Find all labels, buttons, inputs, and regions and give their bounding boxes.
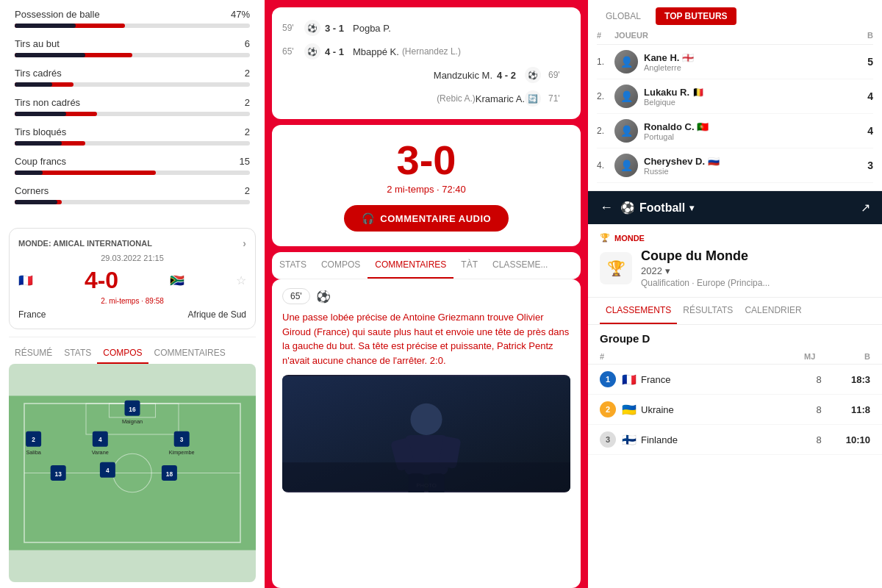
competition-details: Coupe du Monde 2022 ▾ Qualification · Eu…: [641, 248, 770, 288]
standing-team: 🇺🇦 Ukraine: [622, 403, 804, 417]
stat-bar-away: [15, 112, 66, 116]
stat-row: Possession de balle 47%: [15, 9, 250, 28]
left-tab-compos[interactable]: COMPOS: [97, 343, 148, 364]
competition-year[interactable]: 2022 ▾: [641, 265, 770, 276]
scorer-tab-top-buteurs[interactable]: TOP BUTEURS: [656, 7, 736, 25]
stat-bar-away: [15, 200, 57, 204]
stat-bar: [15, 200, 250, 204]
standings-tabs: CLASSEMENTSRÉSULTATSCALENDRIER: [588, 298, 882, 325]
event-icon: ⚽: [304, 20, 320, 36]
standing-position: 3: [600, 431, 616, 448]
player-token: 4: [100, 462, 115, 478]
scorer-avatar: 👤: [614, 154, 638, 177]
league-arrow-icon[interactable]: ›: [243, 237, 246, 249]
standing-row: 3 🇫🇮 Finlande 8 10:10: [588, 425, 882, 455]
scorer-row: 2. 👤 Lukaku R. 🇧🇪 Belgique 4: [597, 79, 873, 114]
stat-bar-away: [15, 53, 85, 57]
svg-text:Maignan: Maignan: [122, 418, 143, 425]
left-tab-commentaires[interactable]: COMMENTAIRES: [148, 343, 232, 364]
middle-tab-tàt[interactable]: TÀT: [453, 252, 485, 279]
scorer-rank: 2.: [597, 126, 614, 136]
stat-value: 6: [245, 38, 250, 49]
scorer-info: 👤 Lukaku R. 🇧🇪 Belgique: [614, 85, 851, 108]
svg-text:3: 3: [180, 437, 184, 444]
event-assist: (Hernandez L.): [402, 46, 461, 57]
scorer-goals: 5: [851, 56, 873, 68]
stat-bar-away: [15, 24, 76, 28]
standing-mj: 8: [804, 434, 833, 445]
scorer-flag: 🇧🇪: [692, 87, 704, 98]
away-team-name: Afrique de Sud: [188, 309, 246, 320]
commentary-minute-badge: 65': [282, 288, 310, 304]
player-token: 16Maignan: [122, 401, 143, 426]
middle-tab-compos[interactable]: COMPOS: [314, 252, 368, 279]
stat-label: Corners: [15, 185, 49, 196]
away-flag: 🇿🇦: [170, 273, 184, 287]
match-league: MONDE: AMICAL INTERNATIONAL ›: [18, 237, 246, 249]
competition-name: Coupe du Monde: [641, 248, 770, 264]
event-time: 59': [282, 23, 304, 33]
svg-text:18: 18: [166, 470, 173, 478]
player-token: 2Saliba: [26, 431, 42, 456]
event-row: 65' ⚽ 4 - 1 Mbappé K. (Hernandez L.): [282, 40, 570, 63]
scorer-info: 👤 Ronaldo C. 🇵🇹 Portugal: [614, 119, 851, 143]
scorer-avatar: 👤: [614, 119, 638, 143]
stat-bar: [15, 53, 250, 57]
stat-bar: [15, 171, 250, 175]
competition-qualification: Qualification · Europe (Principa...: [641, 278, 770, 288]
svg-text:Saliba: Saliba: [26, 449, 41, 456]
stat-row: Tirs non cadrés 2: [15, 97, 250, 116]
favorite-icon[interactable]: ☆: [236, 273, 246, 287]
event-player: Mandzukic M.: [434, 70, 492, 81]
standing-mj: 8: [804, 404, 833, 415]
standings-tab-classements[interactable]: CLASSEMENTS: [600, 298, 677, 324]
event-assist: (Rebic A.): [437, 93, 476, 104]
stat-value: 2: [245, 97, 250, 108]
scorer-row: 4. 👤 Cheryshev D. 🇷🇺 Russie 3: [597, 148, 873, 183]
left-tab-résumé[interactable]: RÉSUMÉ: [9, 343, 58, 364]
scorer-country: Portugal: [644, 132, 709, 141]
standings-tab-calendrier[interactable]: CALENDRIER: [739, 298, 807, 324]
event-score: 4 - 2: [497, 70, 520, 81]
football-dropdown-icon[interactable]: ▾: [689, 203, 694, 213]
player-token: 18: [162, 465, 177, 481]
stat-label: Tirs bloqués: [15, 126, 66, 137]
event-icon: 🔄: [525, 90, 541, 107]
middle-tab-stats[interactable]: STATS: [272, 252, 314, 279]
football-nav: ← ⚽ Football ▾: [600, 200, 694, 215]
share-icon[interactable]: ↗: [861, 201, 870, 215]
competition-card: 🏆 Coupe du Monde 2022 ▾ Qualification · …: [600, 248, 870, 288]
football-title: Football: [639, 201, 685, 215]
middle-tab-classeme...[interactable]: CLASSEME...: [485, 252, 555, 279]
scorer-goals: 4: [851, 90, 873, 102]
middle-tab-commentaires[interactable]: COMMENTAIRES: [368, 252, 453, 279]
live-score-card: 3-0 2 mi-temps · 72:40 🎧 COMMENTAIRE AUD…: [272, 125, 581, 246]
left-tab-stats[interactable]: STATS: [58, 343, 97, 364]
scorer-row: 2. 👤 Ronaldo C. 🇵🇹 Portugal 4: [597, 114, 873, 148]
competition-logo: 🏆: [600, 252, 632, 284]
formation-field: 16Maignan2Saliba4Varane3Kimpembe13418: [9, 364, 256, 582]
scorer-country: Russie: [644, 167, 720, 176]
scorer-name: Lukaku R. 🇧🇪: [644, 87, 704, 98]
live-period: 2 mi-temps · 72:40: [387, 184, 466, 195]
back-arrow-icon[interactable]: ←: [600, 200, 613, 215]
svg-text:16: 16: [129, 406, 136, 413]
left-bottom: MONDE: AMICAL INTERNATIONAL › 29.03.2022…: [0, 220, 265, 588]
scorer-goals: 4: [851, 125, 873, 137]
commentary-audio-button[interactable]: 🎧 COMMENTAIRE AUDIO: [344, 205, 509, 232]
standing-team: 🇫🇮 Finlande: [622, 433, 804, 447]
scorer-goals: 3: [851, 159, 873, 171]
commentary-section: 65' ⚽ Une passe lobée précise de Antoine…: [272, 279, 581, 588]
scorer-tab-global[interactable]: GLOBAL: [597, 7, 650, 25]
scorer-country: Belgique: [644, 98, 704, 107]
match-teams-row: France Afrique de Sud: [18, 309, 246, 320]
standings-table-header: # MJ B: [588, 349, 882, 365]
standings-tab-résultats[interactable]: RÉSULTATS: [677, 298, 739, 324]
commentary-image: PHOTO: [282, 375, 570, 492]
event-row: 59' ⚽ 3 - 1 Pogba P.: [282, 16, 570, 40]
stat-bar: [15, 112, 250, 116]
scorer-info: 👤 Cheryshev D. 🇷🇺 Russie: [614, 154, 851, 177]
stat-bar: [15, 24, 250, 28]
event-icon: ⚽: [525, 67, 541, 83]
stat-label: Tirs cadrés: [15, 68, 62, 79]
